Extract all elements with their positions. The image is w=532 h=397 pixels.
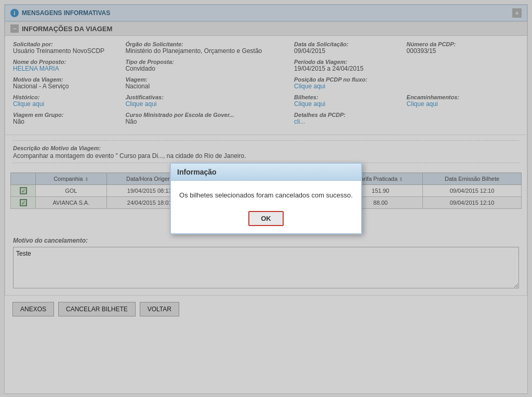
modal-header: Informação — [171, 164, 361, 181]
modal-message: Os bilhetes selecionados foram cancelado… — [179, 191, 353, 199]
modal-overlay: Informação Os bilhetes selecionados fora… — [0, 0, 532, 397]
ok-button[interactable]: OK — [248, 211, 284, 226]
modal-title: Informação — [177, 168, 216, 176]
modal-body: Os bilhetes selecionados foram cancelado… — [171, 181, 361, 206]
modal-box: Informação Os bilhetes selecionados fora… — [170, 163, 362, 234]
modal-footer: OK — [171, 206, 361, 233]
